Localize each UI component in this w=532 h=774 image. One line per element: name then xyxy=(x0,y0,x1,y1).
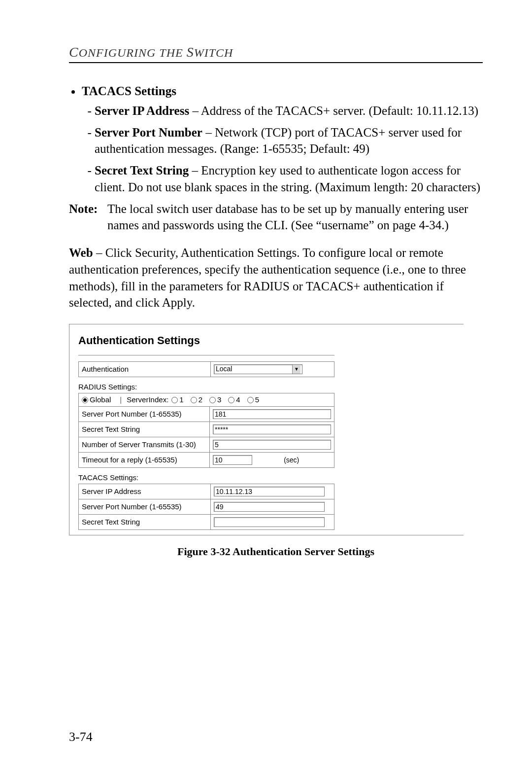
chevron-down-icon[interactable]: ▼ xyxy=(292,365,300,374)
running-head: CONFIGURING THE SWITCH xyxy=(69,44,483,60)
tacacs-ip-input[interactable] xyxy=(214,487,325,496)
note-text: The local switch user database has to be… xyxy=(107,201,483,234)
serverindex-1-radio[interactable]: 1 xyxy=(171,395,183,405)
table-row: Secret Text String xyxy=(79,515,334,530)
authentication-select-value: Local xyxy=(216,364,232,374)
serverindex-label: ServerIndex: xyxy=(127,395,168,405)
global-radio[interactable]: Global xyxy=(82,395,111,405)
radius-transmits-input[interactable] xyxy=(213,440,331,450)
figure-caption: Figure 3-32 Authentication Server Settin… xyxy=(69,544,483,559)
table-row: Server Port Number (1-65535) xyxy=(79,407,334,422)
table-row: Server Port Number (1-65535) xyxy=(79,499,334,515)
document-page: CONFIGURING THE SWITCH TACACS Settings S… xyxy=(0,0,532,774)
table-row: Secret Text String xyxy=(79,422,334,437)
serverindex-2-radio[interactable]: 2 xyxy=(191,395,202,405)
radius-port-input[interactable] xyxy=(213,409,331,419)
auth-table: Authentication Local ▼ xyxy=(78,361,334,377)
list-item: Secret Text String – Encryption key used… xyxy=(95,162,483,196)
page-number: 3-74 xyxy=(69,730,93,744)
serverindex-4-radio[interactable]: 4 xyxy=(228,395,240,405)
radius-scope-row: Global | ServerIndex: 1 2 3 4 5 xyxy=(78,393,334,406)
tacacs-port-input[interactable] xyxy=(214,502,325,512)
note-label: Note: xyxy=(69,201,107,234)
serverindex-3-radio[interactable]: 3 xyxy=(209,395,221,405)
serverindex-5-radio[interactable]: 5 xyxy=(247,395,259,405)
separator: | xyxy=(120,395,122,405)
timeout-unit: (sec) xyxy=(284,456,299,464)
tacacs-secret-input[interactable] xyxy=(214,517,325,527)
list-item: Server IP Address – Address of the TACAC… xyxy=(95,103,483,119)
tacacs-section-label: TACACS Settings: xyxy=(78,473,459,483)
radius-section-label: RADIUS Settings: xyxy=(78,382,459,392)
figure-title: Authentication Settings xyxy=(78,333,459,348)
tacacs-heading: TACACS Settings xyxy=(82,84,176,98)
table-row: Number of Server Transmits (1-30) xyxy=(79,437,334,453)
list-item: Server Port Number – Network (TCP) port … xyxy=(95,124,483,158)
note-block: Note: The local switch user database has… xyxy=(69,201,483,234)
authentication-select[interactable]: Local ▼ xyxy=(214,364,302,374)
table-row: Server IP Address xyxy=(79,484,334,499)
tacacs-table: Server IP Address Server Port Number (1-… xyxy=(78,484,334,530)
web-paragraph: Web – Click Security, Authentication Set… xyxy=(69,245,483,311)
radius-table: Server Port Number (1-65535) Secret Text… xyxy=(78,406,334,468)
radius-secret-input[interactable] xyxy=(213,424,331,434)
body-text: TACACS Settings Server IP Address – Addr… xyxy=(69,83,483,559)
header-rule xyxy=(69,62,483,63)
auth-label: Authentication xyxy=(79,361,211,377)
figure-screenshot: Authentication Settings Authentication L… xyxy=(69,324,464,535)
figure-rule xyxy=(78,355,334,355)
table-row: Timeout for a reply (1-65535) (sec) xyxy=(79,453,334,468)
radius-timeout-input[interactable] xyxy=(213,455,252,465)
